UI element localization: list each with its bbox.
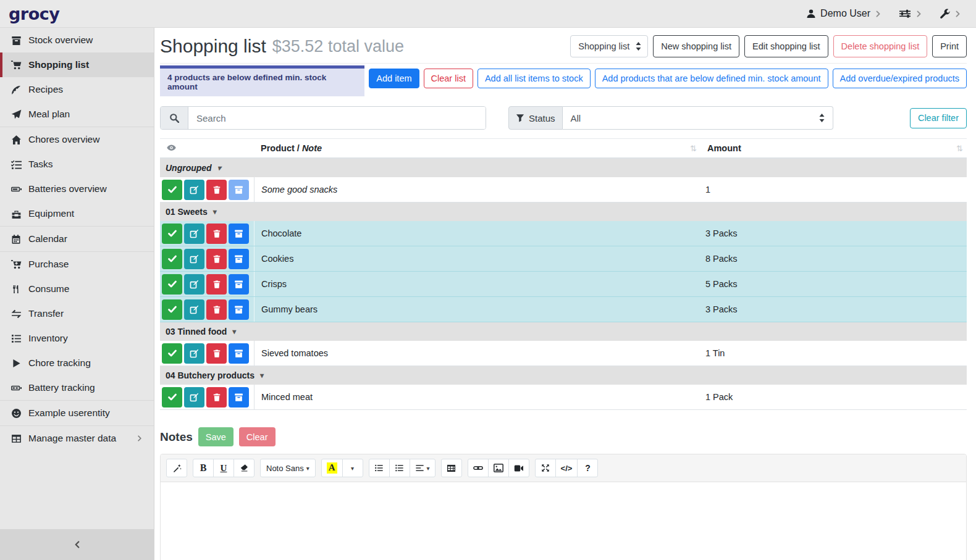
eye-icon[interactable] (160, 144, 254, 153)
add-all-to-stock-button[interactable]: Add all list items to stock (477, 69, 591, 88)
done-button[interactable] (162, 343, 182, 364)
add-item-button[interactable]: Add item (369, 69, 419, 88)
notes-save-button[interactable]: Save (198, 427, 233, 446)
edit-button[interactable] (184, 387, 204, 407)
edit-button[interactable] (184, 343, 204, 364)
sidebar-item-meal-plan[interactable]: Meal plan (0, 102, 154, 127)
sidebar-item-batteries-overview[interactable]: Batteries overview (0, 177, 154, 201)
delete-button[interactable] (206, 274, 227, 295)
insert-video-button[interactable] (508, 459, 529, 477)
font-color-dropdown[interactable]: ▾ (342, 459, 363, 477)
add-to-stock-button[interactable] (229, 387, 249, 407)
help-button[interactable]: ? (577, 459, 598, 477)
sidebar-item-chores-overview[interactable]: Chores overview (0, 127, 154, 152)
edit-button[interactable] (184, 249, 204, 269)
user-menu[interactable]: Demo User (806, 8, 881, 19)
magic-style-button[interactable] (166, 459, 187, 477)
print-button[interactable]: Print (932, 35, 967, 57)
notes-clear-button[interactable]: Clear (239, 427, 276, 446)
done-button[interactable] (162, 180, 182, 200)
add-to-stock-button[interactable] (229, 274, 249, 295)
paragraph-align-button[interactable]: ▾ (410, 459, 435, 477)
caret-down-icon[interactable]: ▾ (260, 371, 264, 380)
settings-menu[interactable] (899, 9, 922, 19)
delete-button[interactable] (206, 249, 227, 269)
column-header-product[interactable]: Product / Note ⇅ (254, 139, 700, 157)
code-view-button[interactable]: </> (555, 459, 578, 477)
font-color-button[interactable]: A (321, 459, 343, 477)
grocy-logo: grocy (9, 4, 59, 23)
new-shopping-list-button[interactable]: New shopping list (653, 35, 739, 57)
chevron-right-icon (954, 10, 961, 17)
caret-down-icon[interactable]: ▾ (213, 207, 217, 216)
sidebar-item-equipment[interactable]: Equipment (0, 201, 154, 226)
column-header-amount[interactable]: Amount ⇅ (700, 139, 967, 157)
sidebar-item-calendar[interactable]: Calendar (0, 227, 154, 251)
done-button[interactable] (162, 249, 182, 269)
caret-down-icon[interactable]: ▾ (217, 164, 221, 172)
table-row: Chocolate 3 Packs (160, 221, 967, 246)
caret-down-icon[interactable]: ▾ (232, 327, 236, 336)
bold-button[interactable]: B (193, 459, 214, 477)
sidebar-item-purchase[interactable]: Purchase (0, 252, 154, 277)
status-filter-select[interactable]: All (563, 106, 833, 130)
product-name: Minced meat (254, 385, 700, 409)
done-button[interactable] (162, 224, 182, 244)
edit-shopping-list-button[interactable]: Edit shopping list (744, 35, 828, 57)
delete-button[interactable] (206, 224, 227, 244)
insert-link-button[interactable] (468, 459, 489, 477)
sidebar: Stock overview Shopping list Recipes Mea… (0, 28, 154, 560)
clear-list-button[interactable]: Clear list (424, 69, 473, 88)
shopping-list-selector[interactable]: Shopping list (570, 35, 648, 57)
page-header: Shopping list $35.52 total value Shoppin… (160, 30, 967, 64)
add-to-stock-button[interactable] (229, 180, 249, 200)
unordered-list-button[interactable] (369, 459, 390, 477)
clear-formatting-button[interactable] (233, 459, 255, 477)
edit-button[interactable] (184, 274, 204, 295)
add-to-stock-button[interactable] (229, 343, 249, 364)
edit-button[interactable] (184, 224, 204, 244)
group-header-tinned-food: 03 Tinned food ▾ (160, 322, 967, 341)
insert-table-button[interactable] (441, 459, 462, 477)
add-to-stock-button[interactable] (229, 249, 249, 269)
sidebar-item-chore-tracking[interactable]: Chore tracking (0, 351, 154, 375)
add-to-stock-button[interactable] (229, 224, 249, 244)
sidebar-collapse-button[interactable] (0, 529, 154, 560)
edit-button[interactable] (184, 299, 204, 320)
sidebar-item-consume[interactable]: Consume (0, 277, 154, 301)
done-button[interactable] (162, 387, 182, 407)
home-icon (10, 135, 22, 145)
add-overdue-button[interactable]: Add overdue/expired products (833, 69, 967, 88)
delete-button[interactable] (206, 387, 227, 407)
insert-picture-button[interactable] (488, 459, 509, 477)
sidebar-item-tasks[interactable]: Tasks (0, 152, 154, 177)
sidebar-item-recipes[interactable]: Recipes (0, 77, 154, 102)
wrench-icon (940, 9, 950, 19)
sidebar-item-stock-overview[interactable]: Stock overview (0, 28, 154, 52)
sidebar-item-example-userentity[interactable]: Example userentity (0, 401, 154, 425)
done-button[interactable] (162, 274, 182, 295)
delete-shopping-list-button[interactable]: Delete shopping list (833, 35, 928, 57)
done-button[interactable] (162, 299, 182, 320)
delete-button[interactable] (206, 299, 227, 320)
add-below-min-stock-button[interactable]: Add products that are below defined min.… (595, 69, 828, 88)
search-input[interactable] (188, 107, 486, 129)
clear-filter-button[interactable]: Clear filter (910, 108, 967, 128)
sidebar-item-inventory[interactable]: Inventory (0, 326, 154, 351)
sidebar-item-shopping-list[interactable]: Shopping list (0, 52, 154, 77)
delete-button[interactable] (206, 343, 227, 364)
sidebar-item-battery-tracking[interactable]: Battery tracking (0, 375, 154, 400)
sidebar-item-manage-master-data[interactable]: Manage master data (0, 426, 154, 451)
admin-menu[interactable] (940, 9, 961, 19)
underline-button[interactable]: U (213, 459, 234, 477)
font-family-select[interactable]: Noto Sans▾ (260, 459, 316, 477)
add-to-stock-button[interactable] (229, 299, 249, 320)
sidebar-item-transfer[interactable]: Transfer (0, 301, 154, 326)
edit-button[interactable] (184, 180, 204, 200)
ordered-list-button[interactable] (389, 459, 410, 477)
delete-button[interactable] (206, 180, 227, 200)
fullscreen-button[interactable] (535, 459, 556, 477)
table-row: Gummy bears 3 Packs (160, 297, 967, 322)
caret-down-icon: ▾ (306, 465, 309, 472)
notes-editor-area[interactable] (161, 482, 966, 560)
